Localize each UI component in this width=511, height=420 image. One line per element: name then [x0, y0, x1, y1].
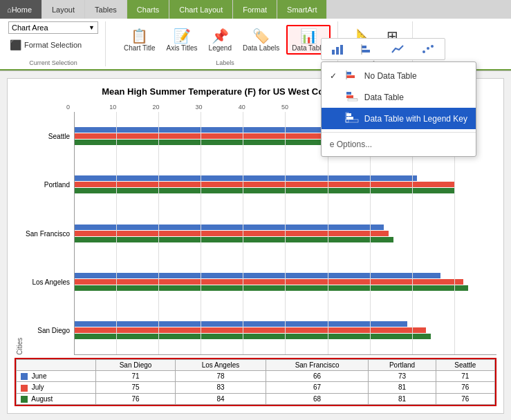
table-header-row: San Diego Los Angeles San Francisco Port… [17, 359, 495, 370]
july-legend-dot [21, 385, 28, 392]
data-labels-icon: 🏷️ [252, 28, 270, 44]
chart-area-dropdown[interactable]: Chart Area [8, 21, 98, 34]
ribbon-tabs: Home Layout Tables Charts Chart Layout F… [0, 0, 511, 19]
city-label-losangeles: Los Angeles [26, 278, 74, 286]
data-table-item[interactable]: Data Table [322, 86, 476, 108]
td-july-seattle: 76 [436, 382, 494, 393]
dropdown-menu: ✓ No Data Table Data Table [321, 61, 476, 157]
city-labels: Seattle Portland San Francisco Los Angel… [26, 112, 74, 355]
june-legend-dot [21, 373, 28, 380]
axes-mini-btn-4[interactable] [416, 41, 440, 57]
axes-mini-btn-2[interactable] [356, 41, 380, 57]
svg-rect-3 [362, 46, 366, 48]
bar-sf-june [75, 225, 384, 230]
th-losangeles: Los Angeles [176, 359, 266, 370]
bar-portland-june [75, 175, 417, 181]
td-june-sandiego: 71 [95, 370, 175, 381]
data-table-legend-icon [345, 112, 359, 125]
svg-point-6 [422, 50, 425, 53]
svg-rect-16 [346, 113, 351, 116]
city-label-sanfrancisco: San Francisco [26, 230, 74, 238]
bar-sf-july [75, 231, 389, 236]
tab-layout[interactable]: Layout [42, 0, 85, 19]
bar-la-august [75, 285, 468, 291]
city-label-portland: Portland [26, 181, 74, 189]
axes-mini-toolbar [321, 38, 445, 60]
tab-tables[interactable]: Tables [85, 0, 127, 19]
th-empty [17, 359, 96, 370]
chart-title-icon: 📋 [131, 28, 148, 44]
no-data-table-item[interactable]: ✓ No Data Table [322, 65, 476, 86]
table-row-june: June 71 78 66 73 71 [17, 370, 495, 381]
svg-rect-0 [332, 50, 335, 55]
axes-mini-btn-1[interactable] [326, 41, 350, 57]
tab-smartart[interactable]: SmartArt [277, 0, 327, 19]
svg-point-7 [427, 47, 429, 50]
active-check [330, 114, 340, 124]
scatter-chart-icon [420, 43, 436, 55]
td-june-seattle: 71 [436, 370, 494, 381]
td-july-sandiego: 75 [95, 382, 175, 393]
td-july-sanfrancisco: 67 [266, 382, 369, 393]
td-june-losangeles: 78 [176, 370, 266, 381]
svg-rect-4 [362, 50, 370, 52]
axes-mini-btn-3[interactable] [387, 41, 410, 57]
bar-sd-june [75, 321, 407, 327]
august-legend-dot [21, 396, 28, 403]
data-labels-btn[interactable]: 🏷️ Data Labels [239, 26, 284, 53]
data-table-menu-icon [345, 90, 359, 104]
tab-chartlayout[interactable]: Chart Layout [169, 0, 233, 19]
bars-portland [75, 160, 496, 209]
format-selection-btn[interactable]: ⬛ Format Selection [8, 38, 83, 52]
table-row-july: July 75 83 67 81 76 [17, 382, 495, 393]
data-table-section: San Diego Los Angeles San Francisco Port… [15, 358, 496, 406]
empty-check [330, 93, 340, 102]
td-august-label: August [17, 393, 96, 404]
bar-sd-august [75, 334, 431, 339]
bar-chart-icon-1 [331, 43, 346, 55]
tab-home[interactable]: Home [0, 0, 42, 19]
svg-rect-2 [340, 45, 343, 55]
svg-rect-12 [346, 92, 351, 95]
legend-btn[interactable]: 📌 Legend [205, 26, 236, 53]
city-label-sandiego: San Diego [26, 327, 74, 334]
svg-rect-14 [348, 99, 357, 101]
check-icon: ✓ [330, 71, 340, 81]
table-row-august: August 76 84 68 81 76 [17, 393, 495, 404]
data-table-legend-item[interactable]: Data Table with Legend Key [322, 108, 476, 129]
td-august-portland: 81 [369, 393, 436, 404]
labels-group: 📋 Chart Title 📝 Axis Titles 📌 Legend 🏷️ … [117, 21, 338, 66]
x-tick-40: 40 [239, 104, 281, 111]
bar-sd-july [75, 327, 426, 333]
th-sandiego: San Diego [95, 359, 175, 370]
chart-area-value: Chart Area [12, 23, 89, 32]
tab-format[interactable]: Format [233, 0, 277, 19]
data-table: San Diego Los Angeles San Francisco Port… [16, 359, 495, 405]
svg-rect-9 [346, 72, 351, 75]
bar-portland-july [75, 182, 454, 187]
svg-point-8 [431, 45, 434, 48]
axis-titles-btn[interactable]: 📝 Axis Titles [162, 26, 202, 53]
chart-title-btn[interactable]: 📋 Chart Title [120, 26, 160, 53]
bar-portland-august [75, 188, 454, 193]
td-june-label: June [17, 370, 96, 381]
x-tick-20: 20 [152, 104, 195, 111]
city-label-seattle: Seattle [26, 133, 74, 140]
td-august-losangeles: 84 [176, 393, 266, 404]
no-data-table-icon [345, 69, 359, 82]
svg-rect-1 [336, 47, 339, 55]
labels-group-label: Labels [120, 58, 331, 66]
svg-rect-17 [346, 117, 353, 120]
x-tick-0: 0 [66, 104, 109, 111]
td-july-label: July [17, 382, 96, 393]
th-sanfrancisco: San Francisco [266, 359, 369, 370]
svg-rect-10 [346, 75, 355, 78]
y-axis-label: Cities [15, 112, 24, 355]
td-june-portland: 73 [369, 370, 436, 381]
td-august-sanfrancisco: 68 [266, 393, 369, 404]
tab-charts[interactable]: Charts [127, 0, 169, 19]
more-options-item[interactable]: e Options... [322, 135, 476, 153]
td-june-sanfrancisco: 66 [266, 370, 369, 381]
data-table-icon: 📊 [300, 28, 317, 44]
td-august-seattle: 76 [436, 393, 494, 404]
